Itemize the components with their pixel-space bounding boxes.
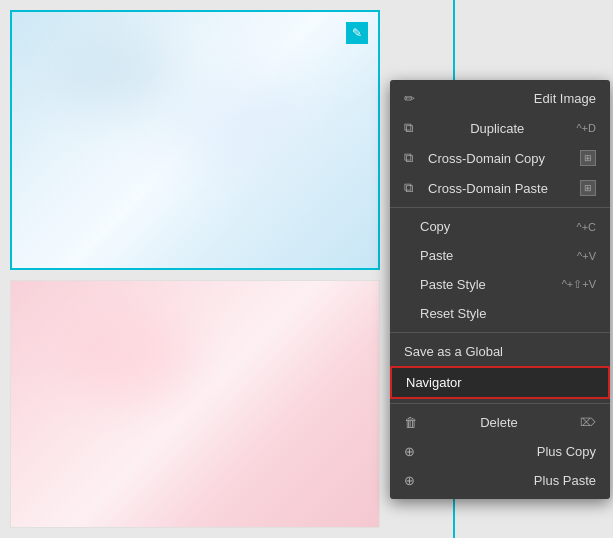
cross-domain-paste-label: Cross-Domain Paste [428,181,548,196]
divider-3 [390,403,610,404]
menu-item-paste[interactable]: Paste ^+V [390,241,610,270]
menu-item-duplicate[interactable]: ⧉ Duplicate ^+D [390,113,610,143]
menu-item-plus-copy[interactable]: ⊕ Plus Copy [390,437,610,466]
paste-style-label: Paste Style [420,277,486,292]
delete-shortcut: ⌦ [580,416,596,429]
cross-domain-copy-label: Cross-Domain Copy [428,151,545,166]
paste-shortcut: ^+V [577,250,596,262]
reset-style-label: Reset Style [420,306,486,321]
delete-icon: 🗑 [404,415,420,430]
top-image: ✎ [10,10,380,270]
menu-item-save-as-global[interactable]: Save as a Global [390,337,610,366]
menu-item-copy[interactable]: Copy ^+C [390,212,610,241]
edit-badge: ✎ [346,22,368,44]
cross-domain-copy-right-icon: ⊞ [580,150,596,166]
edit-image-label: Edit Image [534,91,596,106]
copy-label: Copy [420,219,450,234]
bottom-image [10,280,380,528]
menu-item-navigator[interactable]: Navigator [390,366,610,399]
menu-item-delete[interactable]: 🗑 Delete ⌦ [390,408,610,437]
plus-paste-icon: ⊕ [404,473,420,488]
divider-2 [390,332,610,333]
delete-label: Delete [480,415,518,430]
context-menu: ✏ Edit Image ⧉ Duplicate ^+D ⧉ Cross-Dom… [390,80,610,499]
edit-image-icon: ✏ [404,91,420,106]
menu-item-cross-domain-paste[interactable]: ⧉ Cross-Domain Paste ⊞ [390,173,610,203]
menu-item-edit-image[interactable]: ✏ Edit Image [390,84,610,113]
plus-paste-label: Plus Paste [534,473,596,488]
cross-domain-paste-icon: ⧉ [404,180,420,196]
copy-shortcut: ^+C [576,221,596,233]
navigator-label: Navigator [406,375,462,390]
duplicate-label: Duplicate [470,121,524,136]
duplicate-icon: ⧉ [404,120,420,136]
plus-copy-icon: ⊕ [404,444,420,459]
menu-item-paste-style[interactable]: Paste Style ^+⇧+V [390,270,610,299]
cross-domain-copy-icon: ⧉ [404,150,420,166]
cross-domain-paste-right-icon: ⊞ [580,180,596,196]
menu-item-plus-paste[interactable]: ⊕ Plus Paste [390,466,610,495]
plus-copy-label: Plus Copy [537,444,596,459]
paste-style-shortcut: ^+⇧+V [562,278,596,291]
duplicate-shortcut: ^+D [576,122,596,134]
divider-1 [390,207,610,208]
menu-item-cross-domain-copy[interactable]: ⧉ Cross-Domain Copy ⊞ [390,143,610,173]
menu-item-reset-style[interactable]: Reset Style [390,299,610,328]
save-as-global-label: Save as a Global [404,344,503,359]
paste-label: Paste [420,248,453,263]
